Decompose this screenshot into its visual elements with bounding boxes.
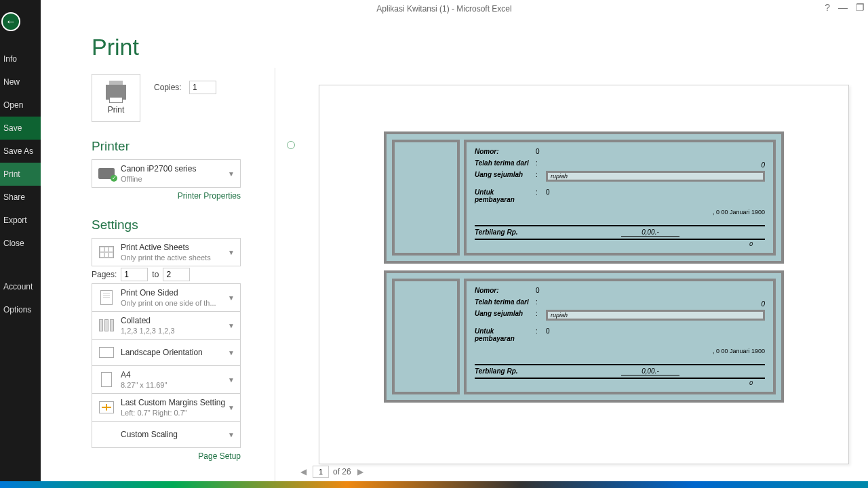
size-icon — [101, 372, 112, 387]
sidebar-item-info[interactable]: Info — [0, 47, 41, 70]
margins-icon — [99, 401, 114, 413]
copies-label: Copies: — [154, 83, 182, 92]
pages-label: Pages: — [92, 270, 117, 279]
sidebar-item-print[interactable]: Print — [0, 163, 41, 186]
printer-heading: Printer — [92, 122, 295, 154]
sidebar-item-saveas[interactable]: Save As — [0, 140, 41, 163]
printer-properties-link[interactable]: Printer Properties — [92, 191, 241, 201]
sidebar-item-open[interactable]: Open — [0, 94, 41, 117]
page-setup-link[interactable]: Page Setup — [92, 451, 241, 461]
sheets-icon — [99, 246, 114, 258]
backstage-sidebar: ← Info New Open Save Save As Print Share… — [0, 0, 41, 481]
page-icon — [100, 290, 113, 305]
chevron-down-icon: ▼ — [228, 170, 235, 178]
page-number-input[interactable] — [313, 466, 329, 478]
help-icon[interactable]: ? — [825, 2, 830, 13]
papersize-select[interactable]: A48.27" x 11.69" ▼ — [92, 365, 241, 394]
sided-select[interactable]: Print One SidedOnly print on one side of… — [92, 283, 241, 312]
refresh-icon[interactable] — [287, 141, 295, 149]
page-total: of 26 — [333, 467, 351, 476]
print-button[interactable]: Print — [92, 74, 140, 122]
receipt-2: Nomor:0 Telah terima dari:0 Uang sejumla… — [384, 270, 784, 403]
prev-page-button[interactable]: ◀ — [298, 467, 309, 476]
sidebar-item-close[interactable]: Close — [0, 232, 41, 255]
back-button[interactable]: ← — [1, 12, 20, 31]
settings-heading: Settings — [92, 201, 295, 232]
sidebar-item-save[interactable]: Save — [0, 117, 41, 140]
minimize-icon[interactable]: — — [838, 2, 848, 13]
margins-select[interactable]: Last Custom Margins SettingLeft: 0.7" Ri… — [92, 393, 241, 422]
orientation-select[interactable]: Landscape Orientation ▼ — [92, 339, 241, 366]
taskbar — [0, 481, 868, 488]
collate-select[interactable]: Collated1,2,3 1,2,3 1,2,3 ▼ — [92, 311, 241, 340]
sidebar-item-new[interactable]: New — [0, 70, 41, 94]
print-range-select[interactable]: Print Active SheetsOnly print the active… — [92, 238, 241, 266]
page-title: Print — [92, 34, 848, 60]
scaling-select[interactable]: Custom Scaling ▼ — [92, 421, 241, 448]
restore-icon[interactable]: ❐ — [856, 2, 865, 13]
page-navigator: ◀ of 26 ▶ — [298, 466, 366, 478]
print-preview: Nomor:0 Telah terima dari:0 Uang sejumla… — [319, 85, 849, 464]
page-to-input[interactable] — [163, 268, 190, 281]
sidebar-item-share[interactable]: Share — [0, 186, 41, 209]
divider — [275, 68, 275, 481]
receipt-1: Nomor:0 Telah terima dari:0 Uang sejumla… — [384, 131, 784, 264]
collate-icon — [99, 319, 114, 331]
orientation-icon — [99, 347, 114, 358]
window-title: Aplikasi Kwitansi (1) - Microsoft Excel — [376, 4, 511, 14]
printer-select[interactable]: Canon iP2700 series Offline ▼ — [92, 159, 241, 188]
copies-input[interactable] — [189, 81, 216, 94]
next-page-button[interactable]: ▶ — [355, 467, 366, 476]
sidebar-item-export[interactable]: Export — [0, 209, 41, 232]
sidebar-item-account[interactable]: Account — [0, 275, 41, 298]
printer-status-icon — [98, 168, 115, 179]
printer-icon — [106, 85, 126, 100]
sidebar-item-options[interactable]: Options — [0, 298, 41, 321]
page-from-input[interactable] — [121, 268, 148, 281]
